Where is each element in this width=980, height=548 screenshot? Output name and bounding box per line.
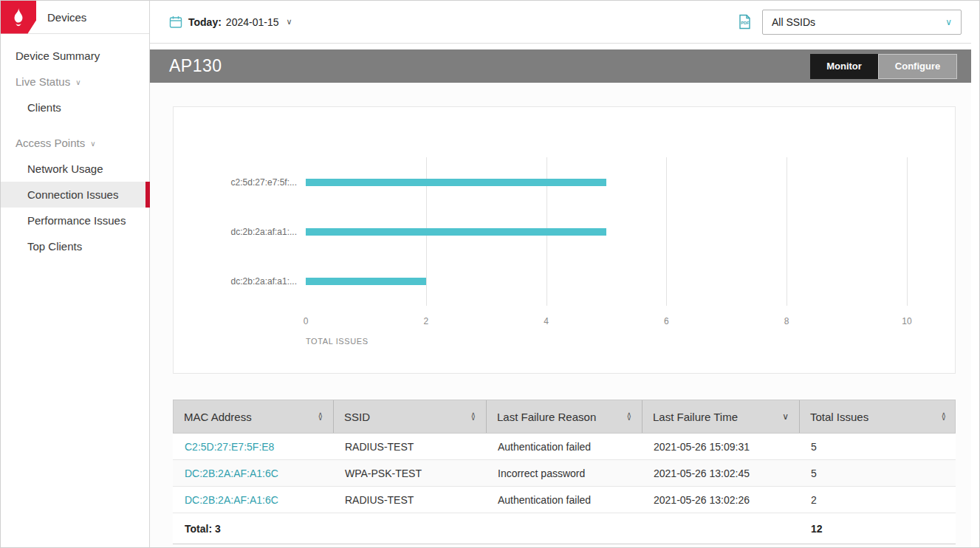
sidebar-item-label: Live Status bbox=[16, 75, 70, 88]
cell-mac-address: DC:2B:2A:AF:A1:6C bbox=[173, 467, 333, 479]
issues-table: MAC Address∧∨SSID∧∨Last Failure Reason∧∨… bbox=[173, 400, 956, 544]
pdf-export-icon[interactable]: PDF bbox=[738, 14, 752, 30]
connection-issues-chart: c2:5d:27:e7:5f:...dc:2b:2a:af:a1:...dc:2… bbox=[173, 106, 956, 374]
cell-ssid: RADIUS-TEST bbox=[333, 494, 486, 506]
cell-failure-time: 2021-05-26 13:02:45 bbox=[642, 467, 799, 479]
brand: Devices bbox=[1, 1, 149, 34]
sidebar: Devices Device SummaryLive Status∨Client… bbox=[1, 1, 150, 547]
sidebar-item-label: Access Points bbox=[16, 137, 85, 149]
column-header-mac-address[interactable]: MAC Address∧∨ bbox=[174, 400, 334, 433]
mac-address-link[interactable]: DC:2B:2A:AF:A1:6C bbox=[185, 494, 278, 506]
chart-bar-track bbox=[306, 179, 955, 186]
sidebar-item-top-clients[interactable]: Top Clients bbox=[1, 233, 149, 259]
table-total-issues: 12 bbox=[799, 523, 956, 535]
sidebar-item-network-usage[interactable]: Network Usage bbox=[1, 156, 149, 182]
chevron-down-icon: ∨ bbox=[75, 79, 80, 86]
table-row: DC:2B:2A:AF:A1:6CWPA-PSK-TESTIncorrect p… bbox=[173, 460, 956, 487]
chart-bar-row: c2:5d:27:e7:5f:... bbox=[174, 157, 955, 207]
x-tick-6: 6 bbox=[664, 316, 669, 326]
chart-bar-track bbox=[306, 228, 955, 236]
chevron-down-icon: ∨ bbox=[945, 17, 952, 27]
calendar-icon[interactable] bbox=[169, 16, 182, 29]
sidebar-item-live-status[interactable]: Live Status∨ bbox=[1, 69, 149, 95]
x-tick-4: 4 bbox=[544, 316, 549, 326]
main-area: Today: 2024-01-15 ∨ PDF All SSIDs ∨ AP13… bbox=[150, 1, 971, 547]
cell-mac-address: DC:2B:2A:AF:A1:6C bbox=[173, 494, 333, 506]
sort-updown-icon[interactable]: ∧∨ bbox=[941, 413, 946, 420]
sidebar-item-performance-issues[interactable]: Performance Issues bbox=[1, 208, 149, 233]
column-header-label: Total Issues bbox=[810, 411, 868, 423]
bar-dc-2b-2a-af-a1 bbox=[306, 228, 606, 236]
table-body: C2:5D:27:E7:5F:E8RADIUS-TESTAuthenticati… bbox=[173, 434, 956, 513]
chevron-down-icon: ∨ bbox=[90, 140, 95, 148]
column-header-total-issues[interactable]: Total Issues∧∨ bbox=[800, 400, 956, 433]
column-header-label: Last Failure Time bbox=[653, 411, 738, 423]
column-header-ssid[interactable]: SSID∧∨ bbox=[334, 400, 487, 433]
sidebar-item-label: Top Clients bbox=[27, 240, 82, 253]
chevron-down-icon[interactable]: ∨ bbox=[286, 17, 292, 27]
table-footer-row: Total: 3 12 bbox=[173, 513, 956, 544]
cell-failure-reason: Incorrect password bbox=[486, 467, 642, 479]
cell-total-issues: 5 bbox=[799, 467, 956, 479]
ssid-filter-value: All SSIDs bbox=[772, 16, 815, 28]
chart-category-label: dc:2b:2a:af:a1:... bbox=[174, 227, 306, 237]
sidebar-item-connection-issues[interactable]: Connection Issues bbox=[1, 182, 149, 208]
app-root: Devices Device SummaryLive Status∨Client… bbox=[0, 0, 980, 548]
date-label: Today: bbox=[188, 16, 222, 28]
sidebar-item-access-points[interactable]: Access Points∨ bbox=[1, 130, 149, 156]
table-row: DC:2B:2A:AF:A1:6CRADIUS-TESTAuthenticati… bbox=[173, 487, 956, 513]
content: c2:5d:27:e7:5f:...dc:2b:2a:af:a1:...dc:2… bbox=[150, 83, 971, 547]
sort-updown-icon[interactable]: ∧∨ bbox=[318, 413, 323, 420]
sidebar-item-label: Network Usage bbox=[27, 162, 103, 175]
chart-x-axis: 0246810 bbox=[174, 316, 955, 328]
sort-updown-icon[interactable]: ∧∨ bbox=[470, 413, 476, 420]
brand-label: Devices bbox=[47, 11, 86, 24]
cell-ssid: RADIUS-TEST bbox=[333, 441, 486, 453]
header-gap bbox=[150, 44, 971, 49]
x-tick-8: 8 bbox=[784, 316, 789, 326]
ssid-filter-select[interactable]: All SSIDs ∨ bbox=[762, 10, 962, 35]
chart-plot-area: c2:5d:27:e7:5f:...dc:2b:2a:af:a1:...dc:2… bbox=[174, 157, 955, 306]
column-header-label: SSID bbox=[344, 411, 370, 423]
cell-failure-time: 2021-05-26 15:09:31 bbox=[642, 441, 799, 453]
bar-c2-5d-27-e7-5f bbox=[306, 179, 606, 186]
x-tick-0: 0 bbox=[304, 316, 309, 326]
date-value: 2024-01-15 bbox=[226, 16, 279, 28]
mac-address-link[interactable]: C2:5D:27:E7:5F:E8 bbox=[185, 441, 274, 453]
x-tick-2: 2 bbox=[423, 316, 428, 326]
chart-category-label: c2:5d:27:e7:5f:... bbox=[174, 177, 306, 188]
flame-logo-icon bbox=[1, 1, 36, 34]
column-header-last-failure-reason[interactable]: Last Failure Reason∧∨ bbox=[487, 400, 643, 433]
sort-updown-icon[interactable]: ∧∨ bbox=[626, 413, 631, 420]
cell-failure-time: 2021-05-26 13:02:26 bbox=[642, 494, 799, 506]
sidebar-item-device-summary[interactable]: Device Summary bbox=[1, 43, 149, 69]
topbar: Today: 2024-01-15 ∨ PDF All SSIDs ∨ bbox=[150, 1, 971, 44]
bar-dc-2b-2a-af-a1 bbox=[306, 278, 426, 285]
sidebar-nav: Device SummaryLive Status∨ClientsAccess … bbox=[1, 34, 149, 259]
device-header: AP130 Monitor Configure bbox=[150, 49, 971, 83]
sidebar-item-label: Clients bbox=[27, 101, 61, 114]
sort-desc-icon[interactable]: ∨ bbox=[782, 412, 789, 421]
cell-total-issues: 5 bbox=[799, 441, 956, 453]
chart-bar-row: dc:2b:2a:af:a1:... bbox=[174, 256, 955, 306]
mac-address-link[interactable]: DC:2B:2A:AF:A1:6C bbox=[185, 467, 278, 479]
cell-failure-reason: Authentication failed bbox=[486, 494, 642, 506]
sidebar-item-clients[interactable]: Clients bbox=[1, 95, 149, 120]
configure-button[interactable]: Configure bbox=[878, 54, 957, 79]
monitor-button[interactable]: Monitor bbox=[810, 54, 878, 79]
x-tick-10: 10 bbox=[902, 316, 911, 326]
device-title: AP130 bbox=[169, 56, 810, 76]
column-header-label: Last Failure Reason bbox=[497, 411, 596, 423]
sidebar-item-label: Connection Issues bbox=[27, 188, 118, 201]
sidebar-item-label: Device Summary bbox=[16, 49, 100, 62]
chart-bar-track bbox=[306, 278, 955, 285]
table-row: C2:5D:27:E7:5F:E8RADIUS-TESTAuthenticati… bbox=[173, 434, 956, 460]
chart-bar-row: dc:2b:2a:af:a1:... bbox=[174, 207, 955, 256]
column-header-last-failure-time[interactable]: Last Failure Time∨ bbox=[643, 400, 800, 433]
sidebar-item-label: Performance Issues bbox=[27, 214, 126, 227]
cell-mac-address: C2:5D:27:E7:5F:E8 bbox=[173, 441, 333, 453]
mode-toggle: Monitor Configure bbox=[810, 54, 957, 79]
table-header-row: MAC Address∧∨SSID∧∨Last Failure Reason∧∨… bbox=[173, 400, 956, 434]
cell-total-issues: 2 bbox=[799, 494, 956, 506]
cell-ssid: WPA-PSK-TEST bbox=[333, 467, 486, 479]
